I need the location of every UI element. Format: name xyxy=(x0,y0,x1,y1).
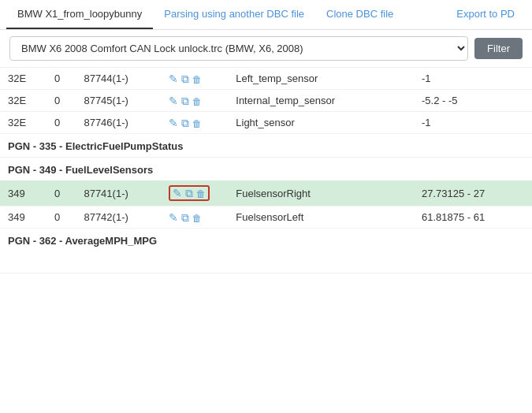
action-icons-highlighted xyxy=(169,185,210,201)
edit-icon[interactable] xyxy=(173,188,182,199)
section-label: PGN - 349 - FuelLevelSensors xyxy=(0,158,532,181)
edit-icon[interactable] xyxy=(169,95,178,106)
cell-num xyxy=(47,251,76,273)
trash-icon[interactable] xyxy=(192,73,202,84)
cell-num: 0 xyxy=(47,90,76,112)
cell-icons xyxy=(161,251,229,273)
edit-icon[interactable] xyxy=(169,73,178,84)
main-table: 32E 0 87744(1-) Left_temp_sensor -1 32E … xyxy=(0,68,532,273)
section-label: PGN - 362 - AverageMPH_MPG xyxy=(0,229,532,252)
cell-value xyxy=(414,251,532,273)
table-row xyxy=(0,251,532,273)
file-select[interactable]: BMW X6 2008 Comfort CAN Lock unlock.trc … xyxy=(9,36,468,61)
section-header: PGN - 335 - ElectricFuelPumpStatus xyxy=(0,134,532,158)
filter-button[interactable]: Filter xyxy=(474,38,523,59)
tab-parsing[interactable]: Parsing using another DBC file xyxy=(153,0,315,29)
cell-num: 0 xyxy=(47,206,76,229)
action-icons xyxy=(169,95,221,106)
table-row-highlighted: 349 0 87741(1-) FuelsensorRight 27.73125… xyxy=(0,180,532,206)
table-row: 32E 0 87744(1-) Left_temp_sensor -1 xyxy=(0,68,532,90)
cell-name: FuelsensorRight xyxy=(228,180,414,206)
cell-icons xyxy=(161,206,229,229)
cell-icons xyxy=(161,112,229,134)
cell-ref xyxy=(76,251,160,273)
copy-icon[interactable] xyxy=(181,73,189,84)
tab-export[interactable]: Export to PD xyxy=(445,0,526,29)
copy-icon[interactable] xyxy=(185,188,193,199)
action-icons xyxy=(169,117,221,128)
cell-value: -5.2 - -5 xyxy=(414,90,532,112)
trash-icon[interactable] xyxy=(192,117,202,128)
action-icons xyxy=(169,212,221,223)
trash-icon[interactable] xyxy=(192,95,202,106)
action-icons xyxy=(169,73,221,84)
copy-icon[interactable] xyxy=(181,212,189,223)
copy-icon[interactable] xyxy=(181,95,189,106)
cell-ref: 87744(1-) xyxy=(76,68,160,90)
toolbar: BMW X6 2008 Comfort CAN Lock unlock.trc … xyxy=(0,30,532,68)
cell-id: 32E xyxy=(0,112,47,134)
section-header: PGN - 362 - AverageMPH_MPG xyxy=(0,229,532,252)
cell-name xyxy=(228,251,414,273)
tab-main[interactable]: BMW X1_from_loopybunny xyxy=(6,0,153,29)
section-header: PGN - 349 - FuelLevelSensors xyxy=(0,158,532,181)
cell-ref: 87745(1-) xyxy=(76,90,160,112)
cell-icons xyxy=(161,68,229,90)
cell-icons xyxy=(161,90,229,112)
cell-id xyxy=(0,251,47,273)
edit-icon[interactable] xyxy=(169,212,178,223)
cell-value: -1 xyxy=(414,112,532,134)
copy-icon[interactable] xyxy=(181,117,189,128)
trash-icon[interactable] xyxy=(196,188,206,199)
table-row: 32E 0 87745(1-) Internal_temp_sensor -5.… xyxy=(0,90,532,112)
tab-clone[interactable]: Clone DBC file xyxy=(315,0,404,29)
table-row: 32E 0 87746(1-) Light_sensor -1 xyxy=(0,112,532,134)
cell-name: Light_sensor xyxy=(228,112,414,134)
cell-id: 349 xyxy=(0,206,47,229)
cell-id: 32E xyxy=(0,90,47,112)
cell-value: 61.81875 - 61 xyxy=(414,206,532,229)
tab-bar: BMW X1_from_loopybunny Parsing using ano… xyxy=(0,0,532,30)
cell-num: 0 xyxy=(47,68,76,90)
cell-name: Internal_temp_sensor xyxy=(228,90,414,112)
cell-ref: 87746(1-) xyxy=(76,112,160,134)
table-container: 32E 0 87744(1-) Left_temp_sensor -1 32E … xyxy=(0,68,532,410)
cell-id: 349 xyxy=(0,180,47,206)
section-label: PGN - 335 - ElectricFuelPumpStatus xyxy=(0,134,532,158)
trash-icon[interactable] xyxy=(192,212,202,223)
cell-name: Left_temp_sensor xyxy=(228,68,414,90)
cell-icons xyxy=(161,180,229,206)
cell-value: -1 xyxy=(414,68,532,90)
table-row: 349 0 87742(1-) FuelsensorLeft 61.81875 … xyxy=(0,206,532,229)
cell-num: 0 xyxy=(47,112,76,134)
cell-ref: 87741(1-) xyxy=(76,180,160,206)
edit-icon[interactable] xyxy=(169,117,178,128)
cell-num: 0 xyxy=(47,180,76,206)
cell-name: FuelsensorLeft xyxy=(228,206,414,229)
cell-ref: 87742(1-) xyxy=(76,206,160,229)
cell-value: 27.73125 - 27 xyxy=(414,180,532,206)
cell-id: 32E xyxy=(0,68,47,90)
